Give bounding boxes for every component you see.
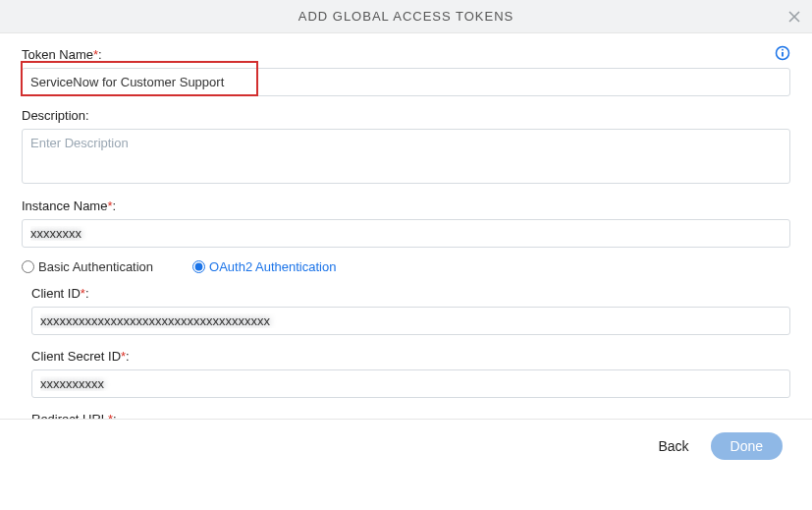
colon: : xyxy=(126,349,130,364)
done-button[interactable]: Done xyxy=(711,432,783,460)
redirect-url-label-text: Redirect URL xyxy=(31,412,108,419)
instance-name-label-text: Instance Name xyxy=(22,198,107,213)
client-secret-label-text: Client Secret ID xyxy=(31,349,121,364)
oauth2-auth-label: OAuth2 Authentication xyxy=(209,259,336,274)
client-id-input[interactable] xyxy=(31,307,790,335)
dialog-header: ADD GLOBAL ACCESS TOKENS xyxy=(0,0,812,33)
back-button[interactable]: Back xyxy=(654,432,692,460)
colon: : xyxy=(113,412,117,419)
token-name-field: Token Name*: xyxy=(22,47,790,96)
dialog-body: Token Name*: Description: Instance Name*… xyxy=(0,33,812,419)
instance-name-label: Instance Name*: xyxy=(22,198,790,213)
token-name-input[interactable] xyxy=(22,68,790,96)
dialog-title: ADD GLOBAL ACCESS TOKENS xyxy=(298,9,514,24)
oauth2-section: Client ID*: Client Secret ID*: Redirect … xyxy=(22,286,790,419)
client-secret-input[interactable] xyxy=(31,369,790,398)
colon: : xyxy=(85,286,89,301)
client-secret-field: Client Secret ID*: xyxy=(31,349,790,398)
redirect-url-label: Redirect URL*: xyxy=(31,412,790,419)
client-secret-label: Client Secret ID*: xyxy=(31,349,790,364)
client-id-field: Client ID*: xyxy=(31,286,790,335)
client-id-label-text: Client ID xyxy=(31,286,81,301)
dialog-footer: Back Done xyxy=(0,419,812,472)
colon: : xyxy=(98,47,102,62)
close-icon[interactable] xyxy=(786,9,802,25)
redirect-url-field: Redirect URL*: xyxy=(31,412,790,419)
auth-radio-group: Basic Authentication OAuth2 Authenticati… xyxy=(22,259,790,274)
svg-point-4 xyxy=(782,49,784,51)
description-label: Description: xyxy=(22,108,790,123)
description-field: Description: xyxy=(22,108,790,187)
instance-name-input[interactable] xyxy=(22,219,790,248)
info-icon[interactable] xyxy=(775,45,790,61)
oauth2-auth-radio-input[interactable] xyxy=(192,260,205,273)
instance-name-field: Instance Name*: xyxy=(22,198,790,248)
client-id-label: Client ID*: xyxy=(31,286,790,301)
colon: : xyxy=(113,198,117,213)
basic-auth-radio-input[interactable] xyxy=(22,260,34,273)
description-input[interactable] xyxy=(22,129,790,184)
basic-auth-radio[interactable]: Basic Authentication xyxy=(22,259,153,274)
oauth2-auth-radio[interactable]: OAuth2 Authentication xyxy=(192,259,336,274)
basic-auth-label: Basic Authentication xyxy=(38,259,153,274)
token-name-label-text: Token Name xyxy=(22,47,93,62)
token-name-label: Token Name*: xyxy=(22,47,790,62)
